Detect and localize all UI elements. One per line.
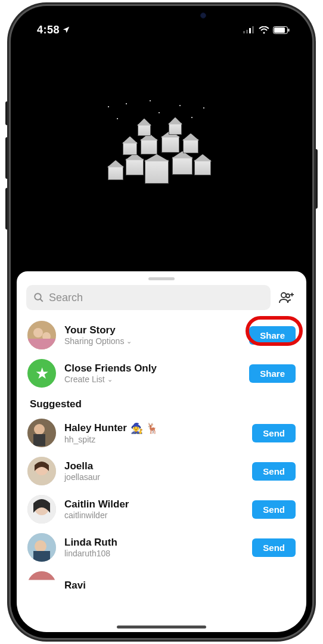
signal-icon [243, 26, 255, 33]
create-group-button[interactable] [277, 287, 297, 308]
chevron-down-icon: ⌄ [126, 338, 132, 345]
suggested-row[interactable]: Ravi [17, 566, 306, 600]
screen: 4:58 Search [17, 12, 306, 632]
suggested-name: Linda Ruth [64, 537, 244, 549]
svg-line-9 [40, 299, 43, 302]
share-button-close-friends[interactable]: Share [249, 364, 296, 383]
avatar [27, 533, 56, 562]
svg-rect-0 [243, 31, 245, 33]
share-row-close-friends[interactable]: ★ Close Friends Only Create List ⌄ Share [17, 354, 306, 392]
suggested-name: Haley Hunter [64, 422, 127, 434]
star-icon: ★ [35, 364, 49, 383]
suggested-username: joellasaur [64, 472, 244, 482]
drag-handle[interactable] [148, 277, 175, 280]
svg-point-26 [35, 540, 46, 552]
svg-point-4 [263, 32, 265, 33]
front-camera-icon [200, 13, 206, 18]
suggested-username: caitlinwilder [64, 510, 244, 520]
wifi-icon [259, 26, 269, 34]
svg-rect-20 [33, 434, 45, 446]
search-input[interactable]: Search [26, 285, 271, 310]
add-group-icon [278, 291, 295, 304]
avatar-close-friends: ★ [27, 359, 56, 388]
share-sheet: Search Your Story Sharing Options [17, 271, 306, 632]
row-title: Your Story [64, 324, 241, 336]
avatar [27, 419, 56, 447]
suggested-heading: Suggested [17, 392, 306, 414]
svg-point-19 [34, 424, 45, 435]
share-button-your-story[interactable]: Share [249, 326, 296, 345]
suggested-username: lindaruth108 [64, 549, 244, 558]
status-time: 4:58 [37, 24, 60, 36]
svg-rect-1 [246, 30, 248, 33]
suggested-emoji: 🧙‍♀️ 🦌 [131, 422, 159, 435]
home-indicator[interactable] [117, 626, 206, 628]
suggested-name: Joella [64, 460, 244, 472]
suggested-name: Ravi [64, 580, 296, 592]
svg-rect-28 [27, 571, 56, 600]
location-arrow-icon [62, 26, 70, 34]
svg-point-10 [281, 293, 286, 298]
send-button[interactable]: Send [252, 500, 296, 519]
search-icon [33, 292, 44, 303]
search-placeholder: Search [49, 292, 83, 304]
svg-rect-17 [27, 339, 56, 349]
phone-frame: 4:58 Search [11, 6, 312, 638]
suggested-row[interactable]: Haley Hunter🧙‍♀️ 🦌 hh_spitz Send [17, 414, 306, 452]
send-button[interactable]: Send [252, 424, 296, 442]
svg-rect-27 [33, 551, 50, 562]
suggested-row[interactable]: Joella joellasaur Send [17, 452, 306, 490]
svg-point-8 [35, 293, 41, 300]
svg-rect-2 [249, 28, 251, 33]
story-preview-image [17, 12, 306, 271]
suggested-row[interactable]: Caitlin Wilder caitlinwilder Send [17, 490, 306, 528]
svg-rect-7 [288, 29, 290, 32]
suggested-username: hh_spitz [64, 435, 244, 444]
svg-point-15 [33, 328, 43, 338]
row-subtitle[interactable]: Create List ⌄ [64, 374, 241, 384]
svg-rect-3 [252, 26, 254, 33]
send-button[interactable]: Send [252, 538, 296, 557]
send-button[interactable]: Send [252, 462, 296, 481]
row-title: Close Friends Only [64, 363, 241, 374]
suggested-row[interactable]: Linda Ruth lindaruth108 Send [17, 528, 306, 566]
avatar [27, 457, 56, 485]
row-subtitle[interactable]: Sharing Options ⌄ [64, 336, 241, 346]
avatar [27, 571, 56, 600]
svg-rect-6 [274, 27, 285, 33]
suggested-name: Caitlin Wilder [64, 499, 244, 510]
chevron-down-icon: ⌄ [107, 376, 113, 383]
battery-icon [273, 26, 290, 34]
avatar [27, 495, 56, 524]
share-row-your-story[interactable]: Your Story Sharing Options ⌄ Share [17, 316, 306, 354]
avatar-your-story [27, 321, 56, 349]
notch [93, 6, 230, 25]
svg-point-11 [286, 294, 290, 298]
